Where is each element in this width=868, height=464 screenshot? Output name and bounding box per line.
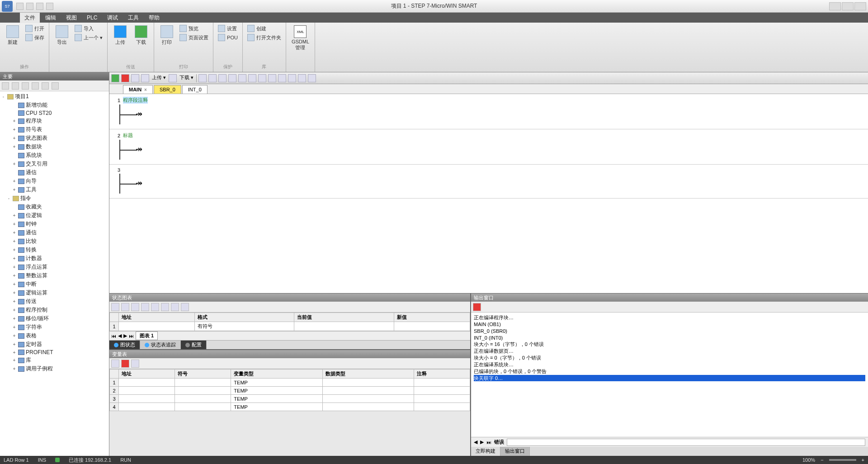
minimize-button[interactable] — [829, 2, 841, 10]
tb-icon[interactable] — [308, 74, 316, 82]
tb-icon[interactable] — [268, 74, 276, 82]
tree-node[interactable]: +PROFINET — [1, 349, 108, 356]
ribbon-export-button[interactable]: 导出 — [53, 24, 71, 47]
tree-node[interactable]: +状态图表 — [1, 134, 108, 142]
sheet-tab[interactable]: 图表 1 — [136, 331, 158, 340]
tb-icon[interactable] — [218, 74, 226, 82]
table-row[interactable]: 2TEMP — [110, 387, 470, 395]
sc-tb-icon[interactable] — [121, 303, 129, 311]
tree-tb-icon[interactable] — [52, 82, 59, 90]
tb-upload[interactable]: 上传 ▾ — [151, 74, 167, 82]
tree-node[interactable]: +字符串 — [1, 323, 108, 331]
menu-help[interactable]: 帮助 — [144, 13, 164, 23]
ribbon-settings-button[interactable]: 设置 — [217, 24, 239, 33]
tree-node[interactable]: +通信 — [1, 228, 108, 237]
tb-icon[interactable] — [169, 74, 177, 82]
tree-node[interactable]: -指令 — [1, 194, 108, 203]
tree-node[interactable]: CPU ST20 — [1, 109, 108, 117]
tb-download[interactable]: 下载 ▾ — [179, 74, 194, 82]
ribbon-preview-button[interactable]: 预览 — [179, 24, 209, 33]
tree-node[interactable]: +程序块 — [1, 117, 108, 125]
zoom-slider[interactable] — [829, 459, 856, 461]
ribbon-pou-button[interactable]: POU — [217, 33, 239, 42]
ribbon-gsdml-button[interactable]: XMLGSDML 管理 — [290, 24, 311, 52]
tree-tb-icon[interactable] — [2, 82, 9, 90]
variable-table-grid[interactable]: 地址 符号 变量类型 数据类型 注释 1TEMP 2TEMP 3TEMP 4TE… — [109, 369, 470, 411]
tb-icon[interactable] — [298, 74, 306, 82]
menu-debug[interactable]: 调试 — [103, 13, 123, 23]
not-contact-icon[interactable]: ↠ — [136, 178, 142, 188]
tree-node[interactable]: +调用子例程 — [1, 365, 108, 373]
vt-tb-icon[interactable] — [131, 360, 139, 368]
nav-first[interactable]: ⏮ — [111, 333, 116, 339]
menu-edit[interactable]: 编辑 — [41, 13, 61, 23]
tb-icon[interactable] — [208, 74, 217, 82]
error-combo[interactable] — [507, 439, 865, 446]
tree-tb-icon[interactable] — [42, 82, 49, 90]
tab-main[interactable]: MAIN× — [123, 85, 153, 94]
sc-tb-icon[interactable] — [171, 303, 179, 311]
table-row[interactable]: 3TEMP — [110, 395, 470, 403]
ot-output[interactable]: 输出窗口 — [500, 447, 530, 456]
tree-node[interactable]: +浮点运算 — [1, 263, 108, 271]
tb-icon[interactable] — [131, 74, 139, 82]
status-zoom[interactable]: 100% — [802, 457, 815, 463]
network-title[interactable]: 标题 — [123, 132, 133, 139]
tree-node[interactable]: +转换 — [1, 246, 108, 254]
tree-node[interactable]: +时钟 — [1, 220, 108, 228]
tree-node[interactable]: +交叉引用 — [1, 160, 108, 168]
sc-tb-icon[interactable] — [111, 303, 119, 311]
tree-node[interactable]: +中断 — [1, 280, 108, 289]
tree-node[interactable]: 通信 — [1, 168, 108, 177]
stop-icon[interactable] — [121, 74, 129, 82]
not-contact-icon[interactable]: ↠ — [136, 109, 142, 119]
tree-node[interactable]: +传送 — [1, 297, 108, 306]
sc-tb-icon[interactable] — [151, 303, 159, 311]
sc-tb-icon[interactable] — [141, 303, 149, 311]
tb-icon[interactable] — [278, 74, 286, 82]
tree-node[interactable]: +逻辑运算 — [1, 289, 108, 297]
ribbon-openfolder-button[interactable]: 打开文件夹 — [246, 33, 282, 42]
tb-icon[interactable] — [248, 74, 256, 82]
not-contact-icon[interactable]: ↠ — [136, 144, 142, 154]
tree-node[interactable]: +计数器 — [1, 254, 108, 263]
ribbon-libcreate-button[interactable]: 创建 — [246, 24, 282, 33]
run-icon[interactable] — [111, 74, 119, 82]
nav-next-err[interactable]: ▶ — [480, 439, 484, 445]
tree-tb-icon[interactable] — [22, 82, 29, 90]
tree-node[interactable]: +位逻辑 — [1, 211, 108, 220]
output-line-highlight[interactable]: 块关联字 0… — [474, 375, 865, 382]
qat-new-icon[interactable] — [16, 3, 24, 10]
network-title[interactable]: 程序段注释 — [123, 97, 148, 104]
close-icon[interactable]: × — [144, 87, 147, 92]
tree-tb-icon[interactable] — [12, 82, 19, 90]
bt-trace[interactable]: 状态表追踪 — [140, 341, 181, 349]
bt-graph[interactable]: 图状态 — [109, 341, 140, 349]
project-tree[interactable]: -项目1 新增功能CPU ST20+程序块+符号表+状态图表+数据块系统块+交叉… — [0, 91, 109, 456]
vt-tb-icon[interactable] — [111, 360, 119, 368]
tb-icon[interactable] — [258, 74, 266, 82]
tb-icon[interactable] — [238, 74, 246, 82]
ribbon-import-button[interactable]: 导入 — [74, 24, 104, 33]
table-row[interactable]: 1TEMP — [110, 379, 470, 387]
menu-view[interactable]: 视图 — [61, 13, 81, 23]
zoom-plus[interactable]: + — [862, 457, 864, 463]
nav-prev-err[interactable]: ◀ — [474, 439, 477, 445]
menu-file[interactable]: 文件 — [20, 13, 40, 23]
tree-node[interactable]: 收藏夹 — [1, 203, 108, 211]
table-row[interactable]: 4TEMP — [110, 403, 470, 411]
tree-node[interactable]: +比较 — [1, 237, 108, 246]
tree-node[interactable]: +数据块 — [1, 142, 108, 151]
ribbon-print-button[interactable]: 打印 — [158, 24, 176, 47]
close-button[interactable] — [854, 2, 866, 10]
tb-icon[interactable] — [141, 74, 149, 82]
ribbon-open-button[interactable]: 打开 — [24, 24, 45, 33]
qat-open-icon[interactable] — [26, 3, 33, 10]
vt-tb-icon[interactable] — [121, 360, 129, 368]
ribbon-save-button[interactable]: 保存 — [24, 33, 45, 42]
tree-node[interactable]: +工具 — [1, 185, 108, 194]
app-icon[interactable]: S7 — [2, 1, 13, 12]
ribbon-pagesetup-button[interactable]: 页面设置 — [179, 33, 209, 42]
menu-tools[interactable]: 工具 — [123, 13, 143, 23]
ladder-editor[interactable]: 1程序段注释 ↠ 2标题 ↠ 3 ↠ — [109, 94, 868, 293]
